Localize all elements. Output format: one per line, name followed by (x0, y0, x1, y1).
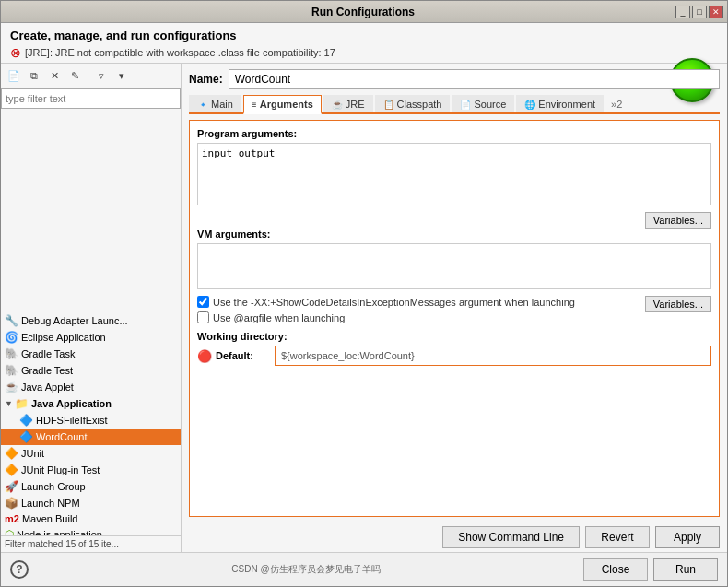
checkbox-row-2: Use @argfile when launching (197, 311, 645, 323)
tree-item-java-applet[interactable]: ☕ Java Applet (1, 379, 181, 395)
debug-adapter-icon: 🔧 (5, 314, 18, 327)
checkbox-row-1: Use the -XX:+ShowCodeDetailsInExceptionM… (197, 296, 645, 308)
tab-classpath-label: Classpath (397, 99, 442, 110)
showcode-checkbox[interactable] (197, 296, 209, 308)
args-tab-icon: ≡ (252, 100, 257, 110)
tree-item-label: Launch Group (21, 481, 86, 492)
close-button[interactable]: Close (583, 558, 648, 581)
tab-main-label: Main (211, 99, 233, 110)
footer-buttons: Close Run (583, 558, 718, 581)
wd-default-label: Default: (216, 350, 271, 361)
name-input[interactable] (229, 69, 720, 89)
tree-area: 🔧 Debug Adapter Launc... 🌀 Eclipse Appli… (1, 312, 181, 536)
delete-config-button[interactable]: ✕ (45, 66, 64, 85)
wordcount-icon: 🔷 (19, 430, 33, 443)
tree-item-label: Gradle Test (21, 365, 73, 376)
tree-item-launch-npm[interactable]: 📦 Launch NPM (1, 495, 181, 511)
expand-icon: ▼ (5, 399, 13, 408)
eclipse-icon: 🌀 (5, 331, 18, 344)
dialog-footer: ? CSDN @仿生程序员会梦见电子羊吗 Close Run (1, 552, 727, 586)
tab-source[interactable]: 📄 Source (452, 95, 514, 112)
close-window-button[interactable]: ✕ (709, 6, 723, 18)
help-button[interactable]: ? (10, 560, 29, 579)
new-config-button[interactable]: 📄 (5, 66, 23, 85)
tree-item-junit[interactable]: 🔶 JUnit (1, 445, 181, 462)
title-bar: Run Configurations _ □ ✕ (1, 1, 727, 23)
revert-button[interactable]: Revert (585, 526, 650, 548)
tree-item-label: WordCount (36, 431, 87, 442)
tab-jre-label: JRE (346, 99, 365, 110)
vm-args-label: VM arguments: (197, 229, 711, 240)
program-args-textarea[interactable] (197, 143, 711, 205)
tab-more[interactable]: »2 (605, 96, 628, 112)
minimize-button[interactable]: _ (675, 6, 690, 18)
main-tab-icon: 🔹 (197, 100, 208, 110)
content-panel: Name: 🔹 Main ≡ Arguments ☕ JRE (182, 64, 727, 521)
tree-item-maven[interactable]: m2 Maven Build (1, 511, 181, 526)
run-configurations-window: Run Configurations _ □ ✕ Create, manage,… (0, 0, 728, 587)
java-app-folder-icon: 📁 (15, 397, 29, 410)
sidebar: 📄 ⧉ ✕ ✎ ▿ ▾ 🔧 Debug Adapter Launc... 🌀 E… (1, 64, 182, 552)
vm-section: VM arguments: Variables... (197, 229, 711, 292)
working-dir-section: Working directory: 🔴 Default: (197, 331, 711, 366)
tree-item-label: Node.js application (17, 529, 102, 536)
tab-environment-label: Environment (538, 99, 595, 110)
filter-button[interactable]: ▿ (92, 66, 111, 85)
sidebar-footer: Filter matched 15 of 15 ite... (1, 535, 181, 552)
variables-button-1[interactable]: Variables... (645, 212, 711, 229)
working-dir-input[interactable] (275, 346, 711, 366)
classpath-tab-icon: 📋 (383, 100, 394, 110)
filter-input[interactable] (1, 88, 181, 109)
tabs-bar: 🔹 Main ≡ Arguments ☕ JRE 📋 Classpath (189, 95, 720, 114)
tree-item-label: Launch NPM (21, 498, 80, 509)
junit-icon: 🔶 (5, 447, 18, 460)
tree-item-label: Maven Build (22, 513, 78, 524)
show-cmd-button[interactable]: Show Command Line (442, 526, 580, 548)
tree-item-label: Java Applet (21, 382, 74, 393)
tree-item-label: HDFSFileIfExist (36, 415, 108, 426)
vm-args-textarea[interactable] (197, 243, 711, 289)
toolbar-divider (88, 69, 88, 82)
tree-item-gradle-test[interactable]: 🐘 Gradle Test (1, 362, 181, 379)
launch-npm-icon: 📦 (5, 497, 18, 510)
tree-item-label: Java Application (31, 398, 112, 409)
window-controls: _ □ ✕ (675, 6, 723, 18)
tree-item-hdfs[interactable]: 🔷 HDFSFileIfExist (1, 412, 181, 429)
tree-item-eclipse-app[interactable]: 🌀 Eclipse Application (1, 329, 181, 346)
duplicate-config-button[interactable]: ⧉ (25, 66, 43, 85)
argfile-checkbox[interactable] (197, 311, 209, 323)
tab-environment[interactable]: 🌐 Environment (516, 95, 604, 112)
window-title: Run Configurations (51, 6, 675, 18)
tree-item-java-application[interactable]: ▼ 📁 Java Application (1, 395, 181, 412)
tab-jre[interactable]: ☕ JRE (323, 95, 373, 112)
launch-group-icon: 🚀 (5, 480, 18, 493)
tree-item-nodejs[interactable]: ⬡ Node.js application (1, 526, 181, 536)
tree-item-gradle-task[interactable]: 🐘 Gradle Task (1, 346, 181, 362)
tree-item-launch-group[interactable]: 🚀 Launch Group (1, 478, 181, 495)
working-dir-label: Working directory: (197, 331, 711, 342)
tree-item-debug-adapter[interactable]: 🔧 Debug Adapter Launc... (1, 312, 181, 329)
filter-menu-button[interactable]: ▾ (112, 66, 131, 85)
apply-button[interactable]: Apply (655, 526, 720, 548)
argfile-label: Use @argfile when launching (213, 312, 345, 323)
tab-main[interactable]: 🔹 Main (189, 95, 241, 112)
tree-item-wordcount[interactable]: 🔷 WordCount (1, 429, 181, 445)
error-icon: ⊗ (10, 46, 21, 59)
tab-classpath[interactable]: 📋 Classpath (375, 95, 451, 112)
variables-button-2[interactable]: Variables... (645, 296, 711, 312)
nodejs-icon: ⬡ (5, 528, 14, 536)
watermark-text: CSDN @仿生程序员会梦见电子羊吗 (231, 563, 380, 576)
edit-config-button[interactable]: ✎ (65, 66, 84, 85)
working-dir-row: 🔴 Default: (197, 346, 711, 366)
tab-arguments[interactable]: ≡ Arguments (243, 95, 322, 114)
main-area: 📄 ⧉ ✕ ✎ ▿ ▾ 🔧 Debug Adapter Launc... 🌀 E… (1, 64, 727, 552)
showcode-label: Use the -XX:+ShowCodeDetailsInExceptionM… (213, 297, 575, 308)
tree-item-label: Eclipse Application (21, 332, 106, 343)
maximize-button[interactable]: □ (692, 6, 707, 18)
header-section: Create, manage, and run configurations ⊗… (1, 23, 727, 64)
tree-item-junit-plugin[interactable]: 🔶 JUnit Plug-in Test (1, 462, 181, 478)
run-button[interactable]: Run (653, 558, 718, 581)
java-applet-icon: ☕ (5, 381, 18, 393)
source-tab-icon: 📄 (460, 100, 471, 110)
gradle-test-icon: 🐘 (5, 364, 18, 377)
